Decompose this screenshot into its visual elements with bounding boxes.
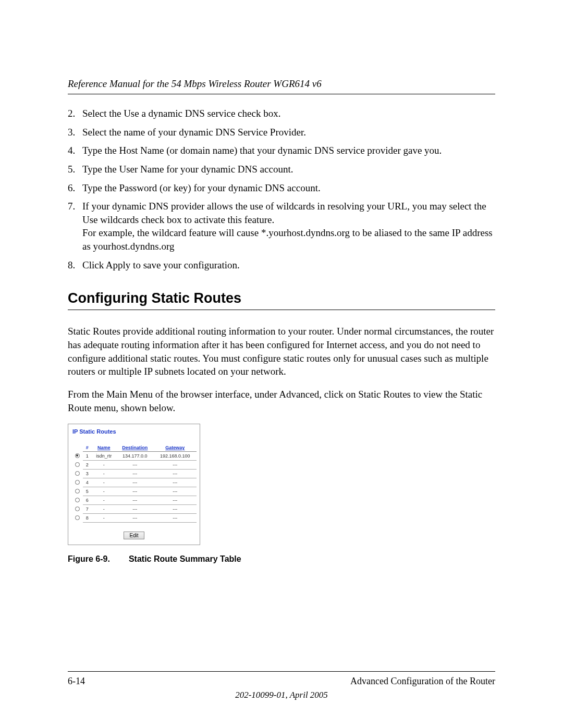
- row-destination: ---: [116, 470, 154, 478]
- table-row: 2-------: [71, 461, 197, 470]
- row-destination: ---: [116, 478, 154, 487]
- row-destination: ---: [116, 514, 154, 523]
- row-gateway: ---: [154, 514, 197, 523]
- section-heading: Configuring Static Routes: [68, 290, 495, 306]
- row-destination: ---: [116, 505, 154, 514]
- row-name: -: [91, 461, 116, 470]
- page-number: 6-14: [68, 676, 85, 687]
- row-gateway: ---: [154, 505, 197, 514]
- row-destination: ---: [116, 487, 154, 496]
- section-rule: [68, 310, 495, 310]
- figure-caption: Figure 6-9.Static Route Summary Table: [68, 554, 495, 564]
- step-5: Type the User Name for your dynamic DNS …: [68, 163, 495, 176]
- row-select-radio[interactable]: [71, 505, 83, 514]
- radio-icon[interactable]: [75, 462, 80, 467]
- row-select-radio[interactable]: [71, 470, 83, 478]
- row-gateway: ---: [154, 487, 197, 496]
- col-select: [71, 444, 83, 452]
- row-name: -: [91, 487, 116, 496]
- col-gateway: Gateway: [154, 444, 197, 452]
- row-name: -: [91, 478, 116, 487]
- row-index: 7: [83, 505, 91, 514]
- table-row: 6-------: [71, 496, 197, 505]
- row-select-radio[interactable]: [71, 452, 83, 461]
- row-gateway: ---: [154, 461, 197, 470]
- radio-icon[interactable]: [75, 480, 80, 485]
- row-gateway: ---: [154, 478, 197, 487]
- table-row: 7-------: [71, 505, 197, 514]
- row-name: isdn_rtr: [91, 452, 116, 461]
- step-6: Type the Password (or key) for your dyna…: [68, 181, 495, 195]
- col-destination: Destination: [116, 444, 154, 452]
- footer-section-name: Advanced Configuration of the Router: [350, 676, 495, 687]
- row-name: -: [91, 505, 116, 514]
- row-select-radio[interactable]: [71, 461, 83, 470]
- step-8: Click Apply to save your configuration.: [68, 258, 495, 272]
- step-7: If your dynamic DNS provider allows the …: [68, 200, 495, 253]
- radio-icon[interactable]: [75, 498, 80, 502]
- row-index: 6: [83, 496, 91, 505]
- row-destination: 134.177.0.0: [116, 452, 154, 461]
- edit-button[interactable]: Edit: [124, 532, 144, 539]
- col-name: Name: [91, 444, 116, 452]
- table-row: 4-------: [71, 478, 197, 487]
- panel-title: IP Static Routes: [72, 428, 197, 435]
- row-index: 3: [83, 470, 91, 478]
- col-index: #: [83, 444, 91, 452]
- figure-caption-text: Static Route Summary Table: [129, 554, 241, 563]
- static-routes-panel: IP Static Routes # Name Destination Gate…: [68, 424, 200, 545]
- row-destination: ---: [116, 461, 154, 470]
- radio-icon[interactable]: [75, 507, 80, 511]
- row-index: 2: [83, 461, 91, 470]
- row-name: -: [91, 514, 116, 523]
- static-routes-table: # Name Destination Gateway 1isdn_rtr134.…: [71, 444, 197, 523]
- instruction-list: Select the Use a dynamic DNS service che…: [68, 107, 495, 272]
- radio-icon[interactable]: [75, 489, 80, 493]
- page-header-title: Reference Manual for the 54 Mbps Wireles…: [68, 78, 495, 90]
- footer-rule: [68, 671, 495, 672]
- step-3: Select the name of your dynamic DNS Serv…: [68, 126, 495, 139]
- row-name: -: [91, 470, 116, 478]
- row-gateway: 192.168.0.100: [154, 452, 197, 461]
- section-paragraph-1: Static Routes provide additional routing…: [68, 325, 495, 378]
- row-select-radio[interactable]: [71, 478, 83, 487]
- row-index: 5: [83, 487, 91, 496]
- table-row: 1isdn_rtr134.177.0.0192.168.0.100: [71, 452, 197, 461]
- header-rule: [68, 94, 495, 94]
- row-select-radio[interactable]: [71, 487, 83, 496]
- row-index: 4: [83, 478, 91, 487]
- table-row: 5-------: [71, 487, 197, 496]
- radio-icon[interactable]: [75, 453, 80, 458]
- step-4: Type the Host Name (or domain name) that…: [68, 144, 495, 157]
- row-gateway: ---: [154, 496, 197, 505]
- radio-icon[interactable]: [75, 471, 80, 476]
- table-row: 8-------: [71, 514, 197, 523]
- table-row: 3-------: [71, 470, 197, 478]
- document-id: 202-10099-01, April 2005: [68, 690, 495, 700]
- figure-caption-prefix: Figure 6-9.: [68, 554, 110, 563]
- row-destination: ---: [116, 496, 154, 505]
- step-2: Select the Use a dynamic DNS service che…: [68, 107, 495, 120]
- row-index: 8: [83, 514, 91, 523]
- page-footer: 6-14 Advanced Configuration of the Route…: [68, 676, 495, 687]
- row-index: 1: [83, 452, 91, 461]
- section-paragraph-2: From the Main Menu of the browser interf…: [68, 388, 495, 414]
- row-select-radio[interactable]: [71, 514, 83, 523]
- row-name: -: [91, 496, 116, 505]
- row-gateway: ---: [154, 470, 197, 478]
- row-select-radio[interactable]: [71, 496, 83, 505]
- radio-icon[interactable]: [75, 515, 80, 520]
